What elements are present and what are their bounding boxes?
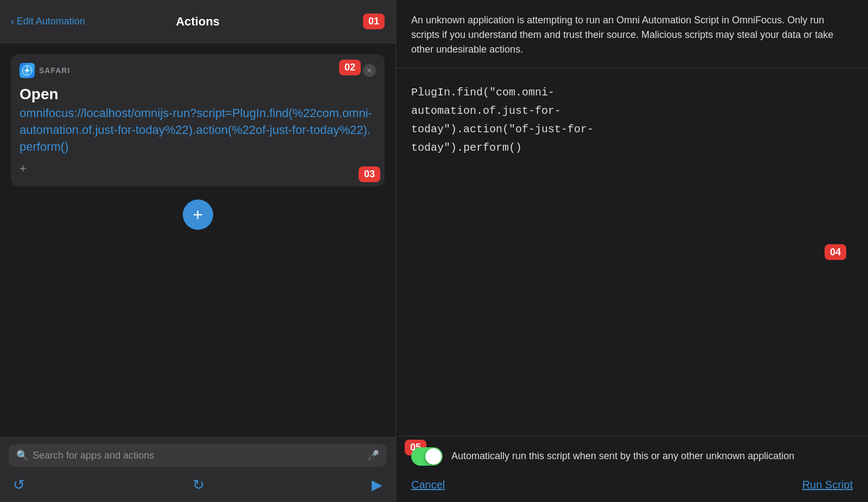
- play-button[interactable]: ▶: [372, 477, 382, 493]
- footer-actions: Cancel Run Script: [411, 479, 853, 491]
- auto-run-toggle[interactable]: [411, 447, 443, 466]
- search-input[interactable]: Search for apps and actions: [33, 450, 363, 461]
- add-inline-button[interactable]: +: [20, 162, 27, 176]
- add-action-button[interactable]: +: [183, 199, 213, 230]
- actions-list: SAFARI 02 ✕ Open omnifocus://localhost/o…: [0, 43, 395, 437]
- badge-04: 04: [825, 244, 846, 260]
- search-icon: 🔍: [16, 449, 28, 461]
- badge-01: 01: [363, 14, 385, 29]
- close-button[interactable]: ✕: [363, 64, 376, 77]
- toolbar-actions: ↺ ↻ ▶: [9, 474, 387, 495]
- footer-section: 05 Automatically run this script when se…: [396, 436, 868, 502]
- add-button-container: +: [183, 186, 213, 243]
- open-label: Open: [20, 86, 376, 103]
- action-card: SAFARI 02 ✕ Open omnifocus://localhost/o…: [11, 54, 385, 186]
- chevron-left-icon: ‹: [11, 15, 15, 28]
- back-button[interactable]: ‹ Edit Automation: [11, 15, 85, 28]
- cancel-button[interactable]: Cancel: [411, 479, 445, 491]
- left-panel: ‹ Edit Automation Actions 01: [0, 0, 396, 502]
- undo-button[interactable]: ↺: [13, 477, 25, 493]
- toggle-thumb: [425, 448, 442, 465]
- app-name: SAFARI: [39, 66, 70, 75]
- code-section: PlugIn.find("com.omni- automation.of.jus…: [396, 68, 868, 436]
- header: ‹ Edit Automation Actions 01: [0, 0, 395, 43]
- code-block: PlugIn.find("com.omni- automation.of.jus…: [411, 83, 853, 157]
- right-panel: An unknown application is attempting to …: [396, 0, 868, 502]
- safari-icon: [20, 63, 35, 78]
- app-info: SAFARI 02: [20, 63, 70, 78]
- bottom-toolbar: 🔍 Search for apps and actions 🎤 ↺ ↻ ▶: [0, 437, 395, 502]
- toggle-track: [411, 447, 443, 466]
- search-bar[interactable]: 🔍 Search for apps and actions 🎤: [9, 444, 387, 467]
- warning-section: An unknown application is attempting to …: [396, 0, 868, 68]
- auto-run-text: Automatically run this script when sent …: [451, 449, 794, 463]
- run-script-button[interactable]: Run Script: [802, 479, 853, 491]
- warning-text: An unknown application is attempting to …: [411, 13, 853, 57]
- action-url[interactable]: omnifocus://localhost/omnijs-run?script=…: [20, 105, 376, 155]
- action-content: Open omnifocus://localhost/omnijs-run?sc…: [20, 83, 376, 178]
- badge-02: 02: [339, 60, 361, 75]
- badge-03: 03: [359, 166, 380, 182]
- microphone-icon[interactable]: 🎤: [367, 449, 379, 461]
- back-label: Edit Automation: [17, 16, 85, 27]
- auto-run-row: 05 Automatically run this script when se…: [411, 447, 853, 466]
- page-title: Actions: [176, 15, 220, 29]
- redo-button[interactable]: ↻: [193, 477, 205, 493]
- action-footer: + 03: [20, 162, 376, 176]
- plus-icon: +: [193, 205, 203, 225]
- card-header: SAFARI 02 ✕: [20, 63, 376, 78]
